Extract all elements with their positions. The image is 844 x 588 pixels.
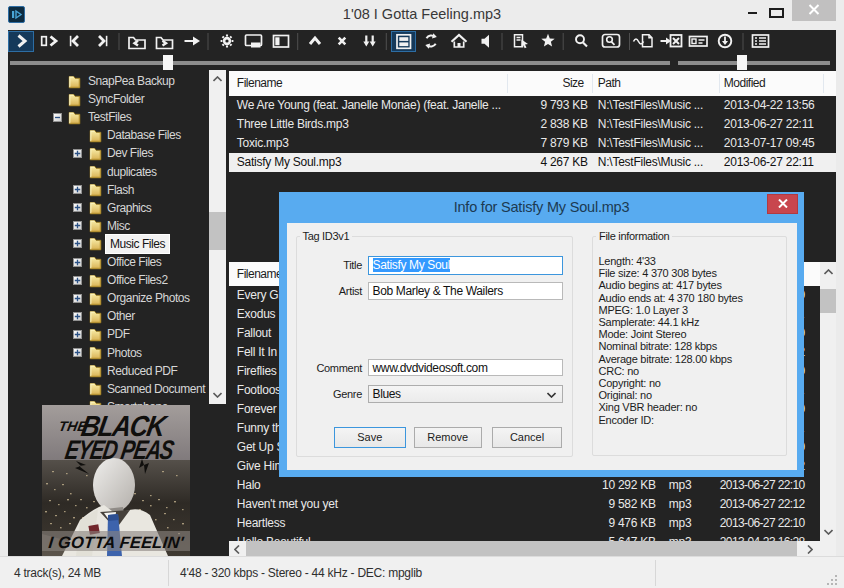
svg-text:I GOTTA FEELIN': I GOTTA FEELIN' (48, 533, 186, 552)
svg-text:EYED PEAS: EYED PEAS (63, 434, 176, 464)
